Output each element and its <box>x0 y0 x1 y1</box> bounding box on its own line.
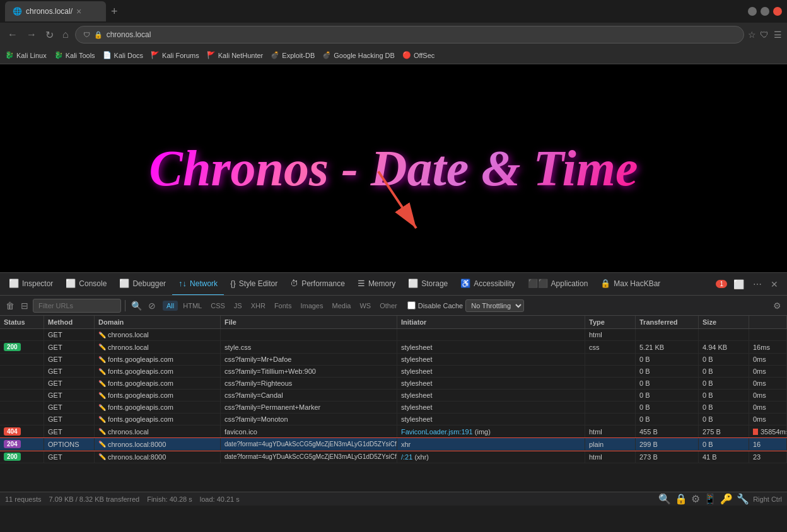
disable-cache-checkbox[interactable] <box>407 301 416 309</box>
tab-close-button[interactable]: × <box>76 6 81 16</box>
close-devtools-button[interactable]: ✕ <box>768 277 781 292</box>
filter-images[interactable]: Images <box>296 301 327 311</box>
cell-domain: ✏️chronos.local:8000 <box>95 438 221 450</box>
filter-all[interactable]: All <box>163 301 178 311</box>
tab-inspector[interactable]: ⬜ Inspector <box>3 273 59 296</box>
table-row[interactable]: GET ✏️fonts.googleapis.com css?family=Ti… <box>0 366 787 378</box>
back-button[interactable]: ← <box>5 26 20 43</box>
bookmark-button[interactable]: ☆ <box>748 30 756 40</box>
cell-time: 0ms <box>749 366 787 377</box>
table-row[interactable]: 200 GET ✏️chronos.local:8000 date?format… <box>0 451 787 463</box>
header-domain: Domain <box>95 316 221 328</box>
filter-urls-input[interactable] <box>33 299 121 313</box>
bookmarks-bar: 🐉 Kali Linux 🐉 Kali Tools 📄 Kali Docs 🚩 … <box>0 47 787 64</box>
filter-media[interactable]: Media <box>328 301 354 311</box>
status-bar: 11 requests 7.09 KB / 8.32 KB transferre… <box>0 492 787 506</box>
reload-button[interactable]: ↻ <box>43 26 56 43</box>
status-icon-4[interactable]: 📱 <box>704 493 716 505</box>
table-row[interactable]: 404 GET ✏️chronos.local favicon.ico Favi… <box>0 425 787 438</box>
time-bar: 35854ms <box>753 428 787 436</box>
forward-button[interactable]: → <box>24 26 39 43</box>
tab-storage[interactable]: ⬜ Storage <box>402 273 454 296</box>
filter-toggle-button[interactable]: ⊟ <box>19 299 30 313</box>
minimize-button[interactable] <box>748 7 757 16</box>
header-type: Type <box>585 316 636 328</box>
close-button[interactable] <box>773 7 782 16</box>
cell-file: date?format=4ugYDuAkScCG5gMcZjEN3mALyG1d… <box>221 451 397 463</box>
filter-ws[interactable]: WS <box>356 301 375 311</box>
domain-icon: ✏️ <box>98 453 106 460</box>
bookmark-kali-docs[interactable]: 📄 Kali Docs <box>103 51 143 59</box>
tab-debugger-label: Debugger <box>132 279 166 288</box>
window-controls <box>748 7 782 16</box>
throttling-select[interactable]: No Throttling <box>465 299 524 312</box>
status-icon-6[interactable]: 🔧 <box>737 493 749 505</box>
domain-icon: ✏️ <box>98 344 106 350</box>
tab-style-editor[interactable]: {} Style Editor <box>224 273 284 296</box>
table-row[interactable]: GET ✏️fonts.googleapis.com css?family=Ca… <box>0 390 787 402</box>
search-button[interactable]: 🔍 <box>129 299 144 313</box>
cell-domain: ✏️fonts.googleapis.com <box>95 366 221 377</box>
bookmark-kali-linux[interactable]: 🐉 Kali Linux <box>5 51 47 59</box>
tab-debugger[interactable]: ⬜ Debugger <box>113 273 172 296</box>
status-icon-3[interactable]: ⚙ <box>691 493 700 505</box>
maximize-button[interactable] <box>761 7 769 16</box>
bookmark-offsec[interactable]: 🔴 OffSec <box>402 51 434 59</box>
bookmark-label: Kali Docs <box>114 52 143 59</box>
initiator-link[interactable]: /:21 <box>401 453 412 461</box>
active-tab[interactable]: 🌐 chronos.local/ × <box>5 1 106 21</box>
right-ctrl-text: Right Ctrl <box>753 495 782 503</box>
extensions-button[interactable]: 🛡 <box>760 30 769 40</box>
network-settings-button[interactable]: ⚙ <box>771 299 783 313</box>
responsive-mode-button[interactable]: ⬜ <box>731 277 747 292</box>
clear-button[interactable]: 🗑 <box>4 299 16 313</box>
table-row[interactable]: GET ✏️chronos.local html <box>0 329 787 341</box>
cell-status <box>0 402 44 413</box>
cell-status <box>0 366 44 377</box>
filter-fonts[interactable]: Fonts <box>271 301 296 311</box>
more-options-button[interactable]: ⋯ <box>750 277 764 292</box>
initiator-link[interactable]: FaviconLoader.jsm:191 <box>401 428 473 436</box>
cell-method: GET <box>44 451 95 463</box>
tab-accessibility[interactable]: ♿ Accessibility <box>454 273 521 296</box>
tab-memory[interactable]: ☰ Memory <box>351 273 402 296</box>
tab-network[interactable]: ↑↓ Network <box>172 273 224 296</box>
table-row-selected[interactable]: 204 OPTIONS ✏️chronos.local:8000 date?fo… <box>0 438 787 451</box>
cell-domain: ✏️fonts.googleapis.com <box>95 390 221 401</box>
filter-css[interactable]: CSS <box>207 301 229 311</box>
tab-console[interactable]: ⬜ Console <box>59 273 113 296</box>
filter-other[interactable]: Other <box>376 301 401 311</box>
storage-icon: ⬜ <box>408 279 418 288</box>
bookmark-exploit-db[interactable]: 💣 Exploit-DB <box>271 51 315 59</box>
table-row[interactable]: GET ✏️fonts.googleapis.com css?family=Mr… <box>0 354 787 366</box>
filter-html[interactable]: HTML <box>179 301 206 311</box>
block-button[interactable]: ⊘ <box>146 299 158 313</box>
new-tab-button[interactable]: + <box>111 5 118 18</box>
tab-maxhackbar[interactable]: 🔒 Max HacKBar <box>594 273 667 296</box>
tab-performance[interactable]: ⏱ Performance <box>284 273 351 296</box>
bookmark-kali-nethunter[interactable]: 🚩 Kali NetHunter <box>207 51 264 59</box>
tab-application[interactable]: ⬛⬛ Application <box>522 273 595 296</box>
home-button[interactable]: ⌂ <box>60 26 71 43</box>
status-icon-1[interactable]: 🔍 <box>658 493 671 505</box>
filter-xhr[interactable]: XHR <box>247 301 269 311</box>
style-editor-icon: {} <box>230 279 236 288</box>
domain-icon: ✏️ <box>98 428 106 435</box>
tab-maxhackbar-label: Max HacKBar <box>614 279 660 288</box>
bookmark-icon: 🚩 <box>207 51 216 59</box>
bookmark-kali-tools[interactable]: 🐉 Kali Tools <box>54 51 95 59</box>
cell-initiator: stylesheet <box>397 366 585 377</box>
table-row[interactable]: GET ✏️fonts.googleapis.com css?family=Pe… <box>0 402 787 413</box>
tab-performance-label: Performance <box>301 279 345 288</box>
address-bar[interactable]: 🛡 🔒 chronos.local <box>75 26 744 43</box>
cell-domain: ✏️chronos.local <box>95 425 221 437</box>
bookmark-google-hacking[interactable]: 💣 Google Hacking DB <box>322 51 395 59</box>
table-row[interactable]: GET ✏️fonts.googleapis.com css?family=Mo… <box>0 413 787 425</box>
table-row[interactable]: 200 GET ✏️chronos.local style.css styles… <box>0 341 787 354</box>
bookmark-kali-forums[interactable]: 🚩 Kali Forums <box>151 51 199 59</box>
status-icon-5[interactable]: 🔑 <box>720 493 733 505</box>
filter-js[interactable]: JS <box>230 301 246 311</box>
menu-button[interactable]: ☰ <box>774 30 782 40</box>
status-icon-2[interactable]: 🔒 <box>675 493 687 505</box>
table-row[interactable]: GET ✏️fonts.googleapis.com css?family=Ri… <box>0 378 787 390</box>
